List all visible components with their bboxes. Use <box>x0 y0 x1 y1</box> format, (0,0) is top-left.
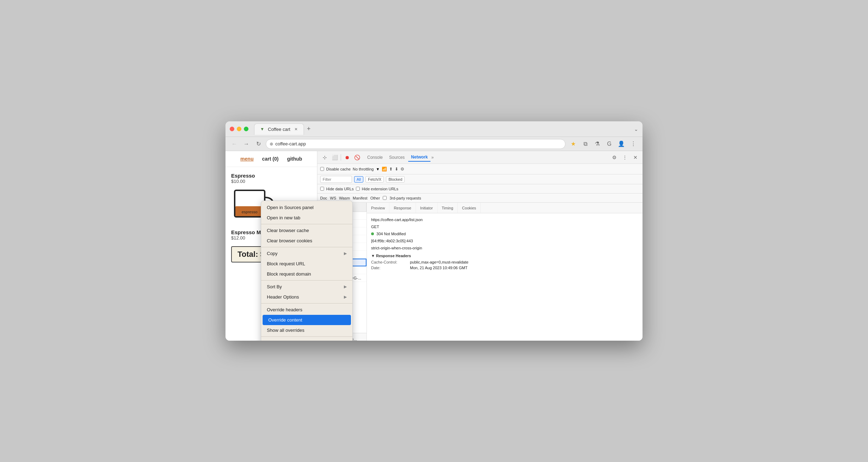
filter-input[interactable] <box>320 176 352 183</box>
ctx-clear-cookies[interactable]: Clear browser cookies <box>261 236 352 246</box>
main-content: menu cart (0) github Espresso $10.00 <box>225 151 643 341</box>
details-content: https://coffee-cart.app/list.json GET 30… <box>367 213 643 341</box>
hide-extension-urls-label: Hide extension URLs <box>362 187 398 191</box>
context-menu: Open in Sources panel Open in new tab Cl… <box>261 201 353 341</box>
tab-more-button[interactable]: » <box>431 155 434 160</box>
nav-cart[interactable]: cart (0) <box>262 156 278 162</box>
submenu-arrow-icon: ▶ <box>344 295 347 299</box>
traffic-lights <box>230 127 248 131</box>
hide-data-urls-label: Hide data URLs <box>326 187 354 191</box>
filter-fetch[interactable]: Fetch/X <box>365 176 384 183</box>
tab-initiator[interactable]: Initiator <box>416 203 438 213</box>
site-nav: menu cart (0) github <box>225 151 317 167</box>
type-other[interactable]: Other <box>370 196 380 200</box>
active-tab[interactable]: ▼ Coffee cart ✕ <box>254 123 304 135</box>
filter-row: All Fetch/X Blocked <box>317 174 643 184</box>
ctx-block-domain[interactable]: Block request domain <box>261 269 352 279</box>
minimize-button[interactable] <box>237 127 241 131</box>
request-type-row: Doc WS Wasm Manifest Other 3rd-party req… <box>317 194 643 203</box>
detail-status-row: 304 Not Modified <box>371 232 638 236</box>
device-toolbar-button[interactable]: ⬜ <box>330 153 339 162</box>
devtools-secondbar: Disable cache No throttling ▼ 📶 ⬆ ⬇ ⚙ <box>317 164 643 174</box>
type-manifest[interactable]: Manifest <box>353 196 368 200</box>
tab-close-button[interactable]: ✕ <box>293 126 299 132</box>
clear-button[interactable]: 🚫 <box>352 153 362 162</box>
filter-blocked[interactable]: Blocked <box>386 176 405 183</box>
ctx-divider <box>261 280 352 281</box>
tab-bar: ▼ Coffee cart ✕ + ⌄ <box>254 123 638 135</box>
ctx-clear-cache[interactable]: Clear browser cache <box>261 225 352 236</box>
ctx-label: Clear browser cookies <box>267 238 312 243</box>
wifi-icon[interactable]: 📶 <box>382 167 387 172</box>
type-doc[interactable]: Doc <box>320 196 327 200</box>
url-bar[interactable]: ⊕ coffee-cart.app <box>266 139 565 149</box>
filter-all[interactable]: All <box>354 176 363 183</box>
disable-cache-checkbox[interactable] <box>320 167 324 171</box>
ctx-divider <box>261 303 352 304</box>
details-pane: Preview Response Initiator Timing Cookie… <box>367 203 643 341</box>
inspect-element-button[interactable]: ⊹ <box>320 153 329 162</box>
tab-preview[interactable]: Preview <box>367 203 389 213</box>
tab-network[interactable]: Network <box>408 153 430 162</box>
forward-button[interactable]: → <box>242 139 251 149</box>
ctx-label: Block request URL <box>267 261 305 266</box>
new-tab-button[interactable]: + <box>304 125 313 133</box>
ctx-block-url[interactable]: Block request URL <box>261 259 352 269</box>
type-ws[interactable]: WS <box>330 196 336 200</box>
back-button[interactable]: ← <box>230 139 239 149</box>
hide-data-urls-checkbox[interactable] <box>320 187 324 191</box>
tab-response[interactable]: Response <box>389 203 416 213</box>
nav-github[interactable]: github <box>287 156 302 162</box>
type-wasm[interactable]: Wasm <box>339 196 350 200</box>
devtools-close-button[interactable]: ✕ <box>631 153 640 162</box>
record-button[interactable]: ⏺ <box>342 153 352 162</box>
ctx-override-content[interactable]: Override content <box>263 315 351 325</box>
detail-referrer-row: strict-origin-when-cross-origin <box>371 246 638 250</box>
ctx-open-sources[interactable]: Open in Sources panel <box>261 202 352 213</box>
labs-button[interactable]: ⚗ <box>592 139 602 149</box>
hide-extension-urls-checkbox[interactable] <box>356 187 360 191</box>
tab-favicon-icon: ▼ <box>259 126 265 132</box>
profile-button[interactable]: 👤 <box>616 139 626 149</box>
ctx-open-new-tab[interactable]: Open in new tab <box>261 213 352 223</box>
ctx-header-options[interactable]: Header Options ▶ <box>261 292 352 302</box>
extensions-button[interactable]: ⧉ <box>580 139 590 149</box>
bookmark-button[interactable]: ★ <box>568 139 578 149</box>
ctx-show-all-overrides[interactable]: Show all overrides <box>261 325 352 335</box>
ctx-save-har[interactable]: Save all as HAR with content <box>261 338 352 341</box>
ctx-label: Override content <box>268 317 302 323</box>
network-conditions-icon[interactable]: ⚙ <box>400 167 404 172</box>
close-button[interactable] <box>230 127 234 131</box>
reload-button[interactable]: ↻ <box>254 139 263 149</box>
third-party-checkbox[interactable] <box>383 196 387 200</box>
throttling-select[interactable]: No throttling <box>353 167 374 171</box>
rh-cache-control: Cache-Control: public,max-age=0,must-rev… <box>371 260 638 264</box>
separator <box>341 154 341 161</box>
menu-button[interactable]: ⋮ <box>628 139 638 149</box>
third-party-label: 3rd-party requests <box>389 196 421 200</box>
ctx-override-headers[interactable]: Override headers <box>261 305 352 315</box>
download-icon[interactable]: ⬇ <box>395 167 398 172</box>
detail-remote-address: [64:ff9b::4b02:3c05]:443 <box>371 239 638 243</box>
detail-method-row: GET <box>371 225 638 229</box>
ctx-divider <box>261 224 352 224</box>
tab-cookies[interactable]: Cookies <box>458 203 481 213</box>
google-button[interactable]: G <box>604 139 614 149</box>
url-filter-row: Hide data URLs Hide extension URLs <box>317 184 643 194</box>
ctx-sort-by[interactable]: Sort By ▶ <box>261 282 352 292</box>
rh-key: Date: <box>371 266 410 270</box>
address-bar: ← → ↻ ⊕ coffee-cart.app ★ ⧉ ⚗ G 👤 ⋮ <box>225 137 643 151</box>
maximize-button[interactable] <box>244 127 248 131</box>
tab-console[interactable]: Console <box>364 154 386 161</box>
tab-sources[interactable]: Sources <box>386 154 407 161</box>
upload-icon[interactable]: ⬆ <box>389 167 393 172</box>
tab-list-button[interactable]: ⌄ <box>634 126 638 132</box>
browser-window: ▼ Coffee cart ✕ + ⌄ ← → ↻ ⊕ coffee-cart.… <box>225 121 643 341</box>
security-icon: ⊕ <box>270 142 273 146</box>
ctx-copy[interactable]: Copy ▶ <box>261 248 352 259</box>
nav-menu[interactable]: menu <box>240 156 253 162</box>
detail-method: GET <box>371 225 638 229</box>
tab-timing[interactable]: Timing <box>438 203 458 213</box>
devtools-settings-button[interactable]: ⚙ <box>610 153 618 162</box>
devtools-more-button[interactable]: ⋮ <box>621 153 629 162</box>
